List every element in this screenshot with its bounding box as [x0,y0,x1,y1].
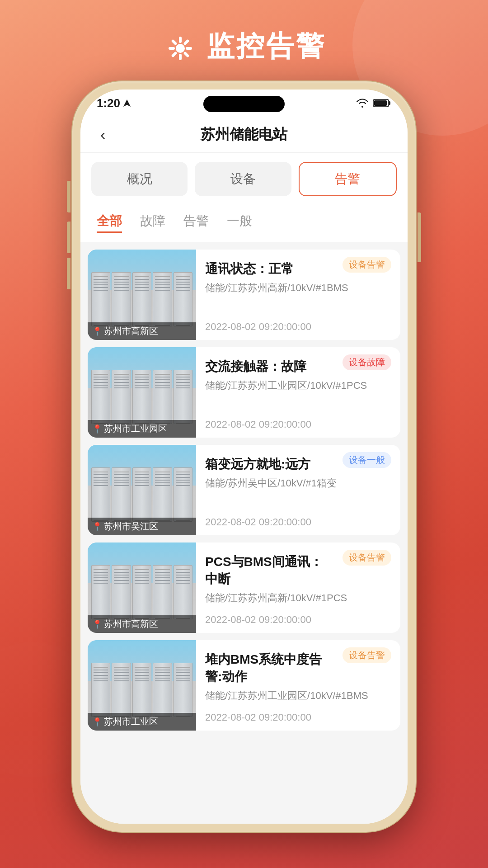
location-pin-icon: 📍 [92,717,102,727]
app-title: 监控告警 [206,27,326,65]
svg-rect-2 [183,39,189,45]
wifi-icon [356,99,369,108]
status-icons [356,99,391,108]
location-tag: 📍 苏州市工业区 [88,713,196,731]
card-image: 📍 苏州市吴江区 [88,445,196,535]
tab-alert[interactable]: 告警 [299,162,397,196]
svg-rect-3 [186,47,192,50]
card-image: 📍 苏州市工业区 [88,640,196,731]
tab-equipment[interactable]: 设备 [195,162,291,196]
filter-normal[interactable]: 一般 [227,212,252,233]
alert-time: 2022-08-02 09:20:00:00 [205,513,391,528]
card-content: 设备告警 通讯状态：正常 储能/江苏苏州高新/10kV/#1BMS 2022-0… [196,250,400,340]
phone-frame: 1:20 [72,81,416,832]
svg-rect-10 [389,101,390,105]
alert-card[interactable]: 📍 苏州市吴江区 设备一般 箱变远方就地:远方 储能/苏州吴中区/10kV/#1… [88,445,400,535]
alert-card[interactable]: 📍 苏州市工业园区 设备故障 交流接触器：故障 储能/江苏苏州工业园区/10kV… [88,347,400,438]
location-arrow-icon [123,99,131,107]
card-content: 设备告警 堆内BMS系统中度告警:动作 储能/江苏苏州工业园区/10kV/#1B… [196,640,400,731]
location-tag: 📍 苏州市高新区 [88,615,196,633]
alert-time: 2022-08-02 09:20:00:00 [205,415,391,430]
svg-rect-6 [171,51,177,57]
svg-rect-5 [179,54,182,60]
location-tag: 📍 苏州市吴江区 [88,518,196,535]
battery-icon [373,99,391,108]
filter-all[interactable]: 全部 [97,212,122,233]
alert-subtitle: 储能/江苏苏州工业园区/10kV/#1BMS [205,689,391,703]
alert-badge: 设备故障 [343,354,391,370]
alert-card[interactable]: 📍 苏州市高新区 设备告警 PCS与BMS间通讯：中断 储能/江苏苏州高新/10… [88,542,400,633]
alert-time: 2022-08-02 09:20:00:00 [205,317,391,333]
location-tag: 📍 苏州市高新区 [88,322,196,340]
location-pin-icon: 📍 [92,326,102,336]
location-pin-icon: 📍 [92,522,102,532]
status-time: 1:20 [97,96,131,110]
filter-fault[interactable]: 故障 [140,212,165,233]
location-pin-icon: 📍 [92,424,102,434]
status-bar: 1:20 [80,90,408,117]
alert-subtitle: 储能/江苏苏州高新/10kV/#1BMS [205,281,391,295]
alert-time: 2022-08-02 09:20:00:00 [205,610,391,626]
alert-badge: 设备告警 [343,647,391,663]
card-image: 📍 苏州市高新区 [88,250,196,340]
phone-screen: 1:20 [80,90,408,824]
card-content: 设备告警 PCS与BMS间通讯：中断 储能/江苏苏州高新/10kV/#1PCS … [196,542,400,633]
location-tag: 📍 苏州市工业园区 [88,420,196,438]
location-pin-icon: 📍 [92,619,102,629]
alert-card[interactable]: 📍 苏州市高新区 设备告警 通讯状态：正常 储能/江苏苏州高新/10kV/#1B… [88,250,400,340]
app-header: 监控告警 [0,0,488,83]
nav-bar: ‹ 苏州储能电站 [80,117,408,153]
alert-subtitle: 储能/江苏苏州工业园区/10kV/#1PCS [205,379,391,393]
svg-rect-11 [374,100,387,106]
filter-alert[interactable]: 告警 [183,212,209,233]
card-content: 设备故障 交流接触器：故障 储能/江苏苏州工业园区/10kV/#1PCS 202… [196,347,400,438]
alert-subtitle: 储能/江苏苏州高新/10kV/#1PCS [205,591,391,605]
card-image: 📍 苏州市高新区 [88,542,196,633]
alert-badge: 设备告警 [343,550,391,566]
page-title: 苏州储能电站 [201,125,287,145]
svg-rect-7 [169,47,175,50]
dynamic-island [203,96,285,112]
alert-subtitle: 储能/苏州吴中区/10kV/#1箱变 [205,476,391,491]
svg-rect-8 [171,39,177,45]
svg-rect-4 [183,51,189,57]
alert-badge: 设备告警 [343,257,391,273]
alert-card[interactable]: 📍 苏州市工业区 设备告警 堆内BMS系统中度告警:动作 储能/江苏苏州工业园区… [88,640,400,731]
alert-list: 📍 苏州市高新区 设备告警 通讯状态：正常 储能/江苏苏州高新/10kV/#1B… [80,242,408,824]
app-logo-icon [162,30,198,62]
back-button[interactable]: ‹ [97,122,109,147]
tab-overview[interactable]: 概况 [91,162,188,196]
svg-rect-1 [179,37,182,43]
tab-bar: 概况 设备 告警 [80,153,408,205]
card-image: 📍 苏州市工业园区 [88,347,196,438]
svg-point-0 [176,44,185,53]
alert-time: 2022-08-02 09:20:00:00 [205,708,391,723]
filter-bar: 全部 故障 告警 一般 [80,205,408,242]
alert-badge: 设备一般 [343,452,391,468]
card-content: 设备一般 箱变远方就地:远方 储能/苏州吴中区/10kV/#1箱变 2022-0… [196,445,400,535]
